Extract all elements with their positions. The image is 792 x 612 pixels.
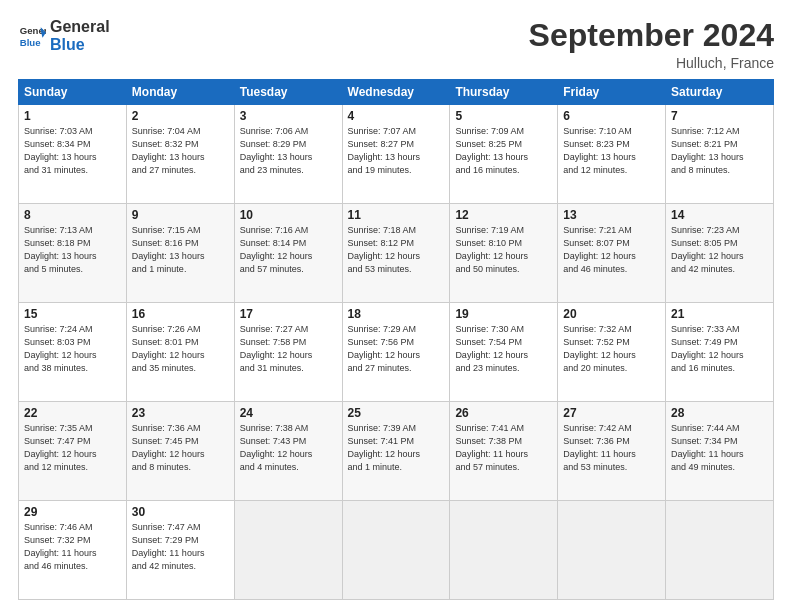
day-number: 1 [24, 109, 121, 123]
calendar-cell: 27Sunrise: 7:42 AMSunset: 7:36 PMDayligh… [558, 402, 666, 501]
day-info: Sunrise: 7:23 AMSunset: 8:05 PMDaylight:… [671, 224, 768, 276]
calendar-cell: 28Sunrise: 7:44 AMSunset: 7:34 PMDayligh… [666, 402, 774, 501]
logo-icon: General Blue [18, 22, 46, 50]
calendar-table: SundayMondayTuesdayWednesdayThursdayFrid… [18, 79, 774, 600]
header-friday: Friday [558, 80, 666, 105]
day-number: 22 [24, 406, 121, 420]
day-number: 3 [240, 109, 337, 123]
calendar-cell: 15Sunrise: 7:24 AMSunset: 8:03 PMDayligh… [19, 303, 127, 402]
day-info: Sunrise: 7:09 AMSunset: 8:25 PMDaylight:… [455, 125, 552, 177]
calendar-cell [450, 501, 558, 600]
day-number: 29 [24, 505, 121, 519]
calendar-cell: 21Sunrise: 7:33 AMSunset: 7:49 PMDayligh… [666, 303, 774, 402]
day-number: 17 [240, 307, 337, 321]
day-number: 7 [671, 109, 768, 123]
calendar-week-row: 1Sunrise: 7:03 AMSunset: 8:34 PMDaylight… [19, 105, 774, 204]
day-number: 18 [348, 307, 445, 321]
day-number: 23 [132, 406, 229, 420]
page: General Blue General Blue September 2024… [0, 0, 792, 612]
calendar-cell: 7Sunrise: 7:12 AMSunset: 8:21 PMDaylight… [666, 105, 774, 204]
day-number: 30 [132, 505, 229, 519]
day-info: Sunrise: 7:03 AMSunset: 8:34 PMDaylight:… [24, 125, 121, 177]
calendar-week-row: 29Sunrise: 7:46 AMSunset: 7:32 PMDayligh… [19, 501, 774, 600]
day-info: Sunrise: 7:26 AMSunset: 8:01 PMDaylight:… [132, 323, 229, 375]
calendar-cell: 22Sunrise: 7:35 AMSunset: 7:47 PMDayligh… [19, 402, 127, 501]
calendar-cell: 13Sunrise: 7:21 AMSunset: 8:07 PMDayligh… [558, 204, 666, 303]
calendar-cell: 25Sunrise: 7:39 AMSunset: 7:41 PMDayligh… [342, 402, 450, 501]
header-thursday: Thursday [450, 80, 558, 105]
header-saturday: Saturday [666, 80, 774, 105]
day-info: Sunrise: 7:27 AMSunset: 7:58 PMDaylight:… [240, 323, 337, 375]
day-info: Sunrise: 7:07 AMSunset: 8:27 PMDaylight:… [348, 125, 445, 177]
day-number: 16 [132, 307, 229, 321]
calendar-cell: 1Sunrise: 7:03 AMSunset: 8:34 PMDaylight… [19, 105, 127, 204]
header-tuesday: Tuesday [234, 80, 342, 105]
calendar-cell: 4Sunrise: 7:07 AMSunset: 8:27 PMDaylight… [342, 105, 450, 204]
calendar-cell: 24Sunrise: 7:38 AMSunset: 7:43 PMDayligh… [234, 402, 342, 501]
day-info: Sunrise: 7:10 AMSunset: 8:23 PMDaylight:… [563, 125, 660, 177]
calendar-cell: 14Sunrise: 7:23 AMSunset: 8:05 PMDayligh… [666, 204, 774, 303]
month-title: September 2024 [529, 18, 774, 53]
day-info: Sunrise: 7:12 AMSunset: 8:21 PMDaylight:… [671, 125, 768, 177]
day-info: Sunrise: 7:21 AMSunset: 8:07 PMDaylight:… [563, 224, 660, 276]
day-number: 10 [240, 208, 337, 222]
day-info: Sunrise: 7:30 AMSunset: 7:54 PMDaylight:… [455, 323, 552, 375]
day-number: 25 [348, 406, 445, 420]
day-info: Sunrise: 7:04 AMSunset: 8:32 PMDaylight:… [132, 125, 229, 177]
calendar-cell: 23Sunrise: 7:36 AMSunset: 7:45 PMDayligh… [126, 402, 234, 501]
calendar-cell: 20Sunrise: 7:32 AMSunset: 7:52 PMDayligh… [558, 303, 666, 402]
day-info: Sunrise: 7:24 AMSunset: 8:03 PMDaylight:… [24, 323, 121, 375]
day-info: Sunrise: 7:13 AMSunset: 8:18 PMDaylight:… [24, 224, 121, 276]
calendar-cell: 26Sunrise: 7:41 AMSunset: 7:38 PMDayligh… [450, 402, 558, 501]
day-number: 5 [455, 109, 552, 123]
day-info: Sunrise: 7:46 AMSunset: 7:32 PMDaylight:… [24, 521, 121, 573]
day-number: 6 [563, 109, 660, 123]
calendar-cell: 17Sunrise: 7:27 AMSunset: 7:58 PMDayligh… [234, 303, 342, 402]
header-sunday: Sunday [19, 80, 127, 105]
calendar-cell: 9Sunrise: 7:15 AMSunset: 8:16 PMDaylight… [126, 204, 234, 303]
location: Hulluch, France [529, 55, 774, 71]
calendar-cell: 19Sunrise: 7:30 AMSunset: 7:54 PMDayligh… [450, 303, 558, 402]
day-number: 8 [24, 208, 121, 222]
day-number: 14 [671, 208, 768, 222]
day-number: 26 [455, 406, 552, 420]
svg-text:Blue: Blue [20, 36, 41, 47]
day-number: 11 [348, 208, 445, 222]
day-number: 12 [455, 208, 552, 222]
day-info: Sunrise: 7:42 AMSunset: 7:36 PMDaylight:… [563, 422, 660, 474]
calendar-cell: 5Sunrise: 7:09 AMSunset: 8:25 PMDaylight… [450, 105, 558, 204]
day-info: Sunrise: 7:36 AMSunset: 7:45 PMDaylight:… [132, 422, 229, 474]
day-number: 9 [132, 208, 229, 222]
day-number: 2 [132, 109, 229, 123]
day-info: Sunrise: 7:38 AMSunset: 7:43 PMDaylight:… [240, 422, 337, 474]
day-number: 4 [348, 109, 445, 123]
calendar-cell: 6Sunrise: 7:10 AMSunset: 8:23 PMDaylight… [558, 105, 666, 204]
day-number: 19 [455, 307, 552, 321]
calendar-cell: 16Sunrise: 7:26 AMSunset: 8:01 PMDayligh… [126, 303, 234, 402]
day-info: Sunrise: 7:41 AMSunset: 7:38 PMDaylight:… [455, 422, 552, 474]
day-info: Sunrise: 7:35 AMSunset: 7:47 PMDaylight:… [24, 422, 121, 474]
day-info: Sunrise: 7:19 AMSunset: 8:10 PMDaylight:… [455, 224, 552, 276]
calendar-week-row: 8Sunrise: 7:13 AMSunset: 8:18 PMDaylight… [19, 204, 774, 303]
day-number: 21 [671, 307, 768, 321]
day-info: Sunrise: 7:29 AMSunset: 7:56 PMDaylight:… [348, 323, 445, 375]
header: General Blue General Blue September 2024… [18, 18, 774, 71]
calendar-cell: 2Sunrise: 7:04 AMSunset: 8:32 PMDaylight… [126, 105, 234, 204]
day-info: Sunrise: 7:16 AMSunset: 8:14 PMDaylight:… [240, 224, 337, 276]
day-number: 13 [563, 208, 660, 222]
day-info: Sunrise: 7:18 AMSunset: 8:12 PMDaylight:… [348, 224, 445, 276]
calendar-header-row: SundayMondayTuesdayWednesdayThursdayFrid… [19, 80, 774, 105]
logo: General Blue General Blue [18, 18, 110, 53]
day-info: Sunrise: 7:32 AMSunset: 7:52 PMDaylight:… [563, 323, 660, 375]
calendar-cell: 29Sunrise: 7:46 AMSunset: 7:32 PMDayligh… [19, 501, 127, 600]
day-info: Sunrise: 7:47 AMSunset: 7:29 PMDaylight:… [132, 521, 229, 573]
day-info: Sunrise: 7:06 AMSunset: 8:29 PMDaylight:… [240, 125, 337, 177]
day-number: 27 [563, 406, 660, 420]
header-monday: Monday [126, 80, 234, 105]
calendar-week-row: 22Sunrise: 7:35 AMSunset: 7:47 PMDayligh… [19, 402, 774, 501]
calendar-week-row: 15Sunrise: 7:24 AMSunset: 8:03 PMDayligh… [19, 303, 774, 402]
calendar-cell [342, 501, 450, 600]
calendar-cell [558, 501, 666, 600]
title-block: September 2024 Hulluch, France [529, 18, 774, 71]
day-info: Sunrise: 7:39 AMSunset: 7:41 PMDaylight:… [348, 422, 445, 474]
